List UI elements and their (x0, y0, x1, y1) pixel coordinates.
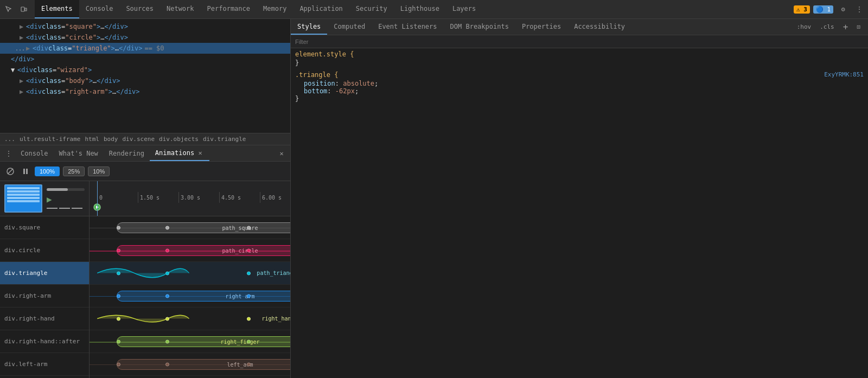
svg-rect-4 (23, 169, 25, 174)
dom-line-square[interactable]: ▶ <div class="square">…</div> (0, 21, 290, 32)
dom-line-close-div[interactable]: </div> (0, 54, 290, 65)
style-tab-styles[interactable]: Styles (291, 19, 327, 35)
breadcrumb-ellipsis[interactable]: ... (4, 136, 15, 143)
expand-style-button[interactable]: ⊡ (853, 22, 864, 31)
anim-label-right-hand-after[interactable]: div.right-hand::after (0, 330, 89, 353)
style-selector-element: element.style { (295, 50, 354, 58)
dom-line-body[interactable]: ▶ <div class="body">…</div> (0, 75, 290, 86)
anim-label-circle[interactable]: div.circle (0, 239, 89, 262)
animations-toolbar: 100% 25% 10% (0, 162, 290, 181)
tab-memory[interactable]: Memory (257, 0, 293, 18)
breadcrumb-triangle[interactable]: div.triangle (203, 136, 246, 143)
style-rule-triangle: .triangle { ExyYRMK:851 position: absolu… (295, 71, 864, 102)
timeline-ruler: 0 1.50 s 3.00 s 4.50 s 6.00 s 7.50 s 9.0… (90, 181, 290, 203)
speed-100-button[interactable]: 100% (35, 166, 60, 176)
scrubber-lines (47, 208, 85, 209)
playhead-line (97, 181, 98, 216)
track-row-square: path_square (90, 216, 290, 239)
device-icon[interactable] (17, 3, 30, 16)
tab-layers[interactable]: Layers (446, 0, 482, 18)
inspect-icon[interactable] (2, 3, 15, 16)
style-prop-position: position: absolute; (295, 80, 864, 87)
tab-network[interactable]: Network (160, 0, 201, 18)
style-tab-computed[interactable]: Computed (327, 19, 372, 35)
anim-label-right-arm[interactable]: div.right-arm (0, 285, 89, 307)
style-prop-bottom: bottom: -62px; (295, 87, 864, 95)
style-selector-triangle: .triangle { (295, 71, 338, 79)
tab-lighthouse[interactable]: Lighthouse (394, 0, 446, 18)
track-right-arm-bar[interactable]: right arm (117, 291, 290, 302)
kf-square-1 (165, 226, 169, 229)
style-tab-event-listeners[interactable]: Event Listeners (372, 19, 443, 35)
track-square-bar[interactable]: path_square (117, 222, 290, 233)
pause-animation-button[interactable] (20, 165, 31, 177)
style-tab-properties[interactable]: Properties (515, 19, 567, 35)
drawer-tab-whatsnew[interactable]: What's New (54, 145, 104, 161)
breadcrumb-iframe[interactable]: ult.result-iframe (20, 136, 81, 143)
styles-tabs-bar: Styles Computed Event Listeners DOM Brea… (291, 19, 868, 35)
svg-rect-5 (26, 169, 28, 174)
styles-right-actions: :hov .cls + ⊡ (794, 21, 868, 33)
cls-button[interactable]: .cls (816, 22, 838, 31)
drawer-tab-rendering[interactable]: Rendering (104, 145, 150, 161)
style-rule-element: element.style { } (295, 50, 864, 67)
breadcrumb: ... ult.result-iframe html body div.scen… (0, 133, 290, 145)
tab-application[interactable]: Application (293, 0, 349, 18)
speed-10-button[interactable]: 10% (88, 166, 110, 176)
dom-line-circle[interactable]: ▶ <div class="circle">…</div> (0, 32, 290, 43)
style-tab-dom-breakpoints[interactable]: DOM Breakpoints (444, 19, 515, 35)
drawer-menu-icon[interactable]: ⋮ (2, 147, 15, 160)
warning-badge: ⚠ 3 (794, 5, 810, 14)
drawer-close-button[interactable]: ✕ (275, 147, 288, 160)
tab-security[interactable]: Security (349, 0, 394, 18)
styles-filter-input[interactable] (295, 39, 864, 45)
styles-filter-bar (291, 35, 868, 48)
track-right-finger-bar[interactable]: right_finger (117, 336, 290, 347)
speed-25-button[interactable]: 25% (63, 166, 85, 176)
tab-console[interactable]: Console (79, 0, 120, 18)
anim-label-triangle[interactable]: div.triangle (0, 262, 89, 285)
drawer-tab-console[interactable]: Console (15, 145, 54, 161)
scrubber-controls: ▶ (47, 188, 85, 209)
track-row-right-hand: right_hand (90, 307, 290, 330)
style-closing-brace-2: } (295, 95, 864, 102)
track-triangle-label: path_triangle (117, 266, 290, 280)
tab-performance[interactable]: Performance (201, 0, 257, 18)
settings-icon[interactable]: ⚙ (837, 3, 850, 16)
breadcrumb-scene[interactable]: div.scene (122, 136, 155, 143)
drawer-tab-animations[interactable]: Animations ✕ (150, 145, 209, 161)
more-icon[interactable]: ⋮ (853, 3, 866, 16)
styles-content: element.style { } .triangle { ExyYRMK:85… (291, 48, 868, 378)
breadcrumb-html[interactable]: html (85, 136, 99, 143)
anim-label-square[interactable]: div.square (0, 216, 89, 239)
main-layout: ▶ <div class="square">…</div> ▶ <div cla… (0, 19, 868, 378)
breadcrumb-objects[interactable]: div.objects (159, 136, 199, 143)
nav-right: ⚠ 3 🔵 1 ⚙ ⋮ (794, 3, 866, 16)
track-row-triangle: path_triangle (90, 262, 290, 285)
top-nav: Elements Console Sources Network Perform… (0, 0, 868, 19)
scrubber-area: ▶ (0, 181, 89, 216)
anim-label-left-arm[interactable]: div.left-arm (0, 353, 89, 376)
anim-label-right-hand[interactable]: div.right-hand (0, 307, 89, 330)
style-source-triangle[interactable]: ExyYRMK:851 (824, 71, 864, 79)
animations-tab-close-icon[interactable]: ✕ (196, 149, 204, 157)
stop-animation-button[interactable] (4, 165, 16, 177)
dom-line-right-arm[interactable]: ▶ <div class="right-arm">…</div> (0, 86, 290, 97)
tab-sources[interactable]: Sources (119, 0, 160, 18)
ruler-tick-1: 1.50 s (138, 192, 178, 203)
style-tab-accessibility[interactable]: Accessibility (567, 19, 631, 35)
kf-square-2 (247, 226, 251, 229)
track-circle-bar[interactable]: path_circle (117, 245, 290, 256)
animation-main-area: ▶ div.square div.circle (0, 181, 290, 378)
play-icon[interactable]: ▶ (47, 194, 85, 204)
animation-label-list: div.square div.circle div.triangle div.r… (0, 216, 89, 378)
dom-line-wizard[interactable]: ▼ <div class="wizard"> (0, 65, 290, 75)
add-style-button[interactable]: + (840, 21, 852, 33)
track-left-arm-bar[interactable]: left_arm (117, 359, 290, 370)
tab-elements[interactable]: Elements (35, 0, 79, 18)
dom-line-triangle[interactable]: ... ▶ <div class="triangle">…</div> == $… (0, 43, 290, 54)
timeline-area: 0 1.50 s 3.00 s 4.50 s 6.00 s 7.50 s 9.0… (90, 181, 290, 378)
hov-button[interactable]: :hov (794, 22, 815, 31)
breadcrumb-body[interactable]: body (104, 136, 118, 143)
scrubber-bar[interactable] (47, 188, 85, 191)
